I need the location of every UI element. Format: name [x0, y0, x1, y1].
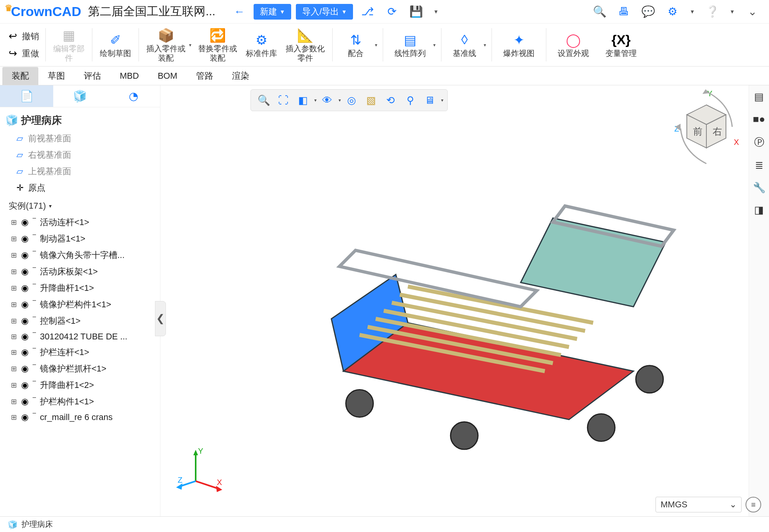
rail-sheet-icon[interactable]: ▤: [754, 91, 764, 103]
back-icon[interactable]: ←: [230, 3, 248, 21]
branch-icon[interactable]: ⎇: [358, 3, 376, 21]
tree-plane-top[interactable]: ▱ 上视基准面: [3, 163, 160, 180]
tree-instance[interactable]: ⊞◉‾镜像六角头带十字槽...: [3, 247, 160, 263]
save-icon[interactable]: 💾: [407, 3, 425, 21]
tab-assembly[interactable]: 装配: [2, 67, 38, 85]
expand-icon[interactable]: ⊞: [11, 348, 21, 357]
display-icon[interactable]: 🖥: [421, 91, 439, 109]
ribbon-std-lib[interactable]: ⚙ 标准件库: [241, 23, 281, 66]
tree-instance[interactable]: ⊞◉‾cr_maill_re 6 crans: [3, 410, 160, 425]
tree-instance[interactable]: ⊞◉‾镜像护栏抓杆<1>: [3, 361, 160, 377]
tree-instance[interactable]: ⊞◉‾护栏连杆<1>: [3, 344, 160, 361]
tree-instance[interactable]: ⊞◉‾镜像护栏构件1<1>: [3, 296, 160, 313]
expand-icon[interactable]: ⊞: [11, 234, 21, 243]
ribbon-sketch[interactable]: ✐ 绘制草图: [95, 23, 135, 66]
expand-icon[interactable]: ⊞: [11, 397, 21, 406]
rail-layers-icon[interactable]: ≣: [755, 159, 764, 171]
document-title[interactable]: 第二届全国工业互联网...: [88, 4, 215, 20]
shading-icon[interactable]: ▧: [362, 91, 380, 109]
side-tab-history[interactable]: 🧊: [53, 85, 106, 107]
expand-icon[interactable]: ⊞: [11, 317, 21, 325]
expand-icon[interactable]: ⊞: [11, 218, 21, 227]
chevron-down-icon[interactable]: ▾: [441, 97, 443, 103]
chevron-down-icon[interactable]: ▾: [189, 42, 191, 48]
rail-wrench-icon[interactable]: 🔧: [753, 182, 765, 194]
rail-camera-icon[interactable]: ■●: [753, 113, 765, 125]
expand-icon[interactable]: ⊞: [11, 284, 21, 292]
chevron-down-icon[interactable]: ▾: [314, 97, 317, 103]
filter-icon[interactable]: ⚲: [401, 91, 419, 109]
chevron-down-icon[interactable]: ▾: [484, 42, 486, 48]
tree-instance[interactable]: ⊞◉‾30120412 TUBE DE ...: [3, 329, 160, 344]
chevron-down-icon[interactable]: ▾: [431, 3, 441, 21]
tree-instance[interactable]: ⊞◉‾护栏构件1<1>: [3, 393, 160, 410]
ribbon-variable-mgmt[interactable]: {X} 变量管理: [597, 23, 645, 66]
search-icon[interactable]: 🔍: [591, 3, 609, 21]
chevron-down-icon[interactable]: ▾: [728, 3, 737, 21]
chevron-down-icon[interactable]: ▾: [433, 42, 436, 48]
chevron-down-icon[interactable]: ▾: [375, 42, 377, 48]
undo-button[interactable]: ↩ 撤销: [9, 28, 39, 45]
help-icon[interactable]: ❔: [703, 3, 721, 21]
import-export-button[interactable]: 导入/导出▼: [296, 4, 353, 20]
chevron-down-icon[interactable]: ▾: [339, 97, 341, 103]
settings-icon[interactable]: ⚙: [663, 3, 681, 21]
units-selector[interactable]: MMGS ⌄: [656, 497, 742, 512]
ribbon-exploded-view[interactable]: ✦ 爆炸视图: [495, 23, 543, 66]
viewport[interactable]: 🔍 ⛶ ◧ ▾ 👁 ▾ ◎ ▧ ⟲ ⚲ 🖥 ▾: [160, 85, 769, 516]
feature-tree[interactable]: 🧊 护理病床 ▱ 前视基准面 ▱ 右视基准面 ▱ 上视基准面 ✛ 原点 实例(1…: [0, 107, 160, 516]
view-cube-icon[interactable]: ◧: [294, 91, 312, 109]
expand-icon[interactable]: ⊞: [11, 413, 21, 422]
tab-sketch[interactable]: 草图: [38, 67, 74, 85]
expand-icon[interactable]: ⊞: [11, 364, 21, 373]
ribbon-set-appearance[interactable]: ◯ 设置外观: [549, 23, 597, 66]
tree-instances-header[interactable]: 实例(171) ▾: [3, 196, 160, 214]
tree-instance[interactable]: ⊞◉‾制动器1<1>: [3, 231, 160, 247]
tree-root[interactable]: 🧊 护理病床: [3, 110, 160, 130]
tree-plane-right[interactable]: ▱ 右视基准面: [3, 147, 160, 163]
zoom-window-icon[interactable]: ⛶: [274, 91, 292, 109]
collapse-sidebar-handle[interactable]: ❮: [155, 301, 166, 336]
section-icon[interactable]: ◎: [342, 91, 360, 109]
expand-icon[interactable]: ⊞: [11, 267, 21, 276]
new-button[interactable]: 新建▼: [254, 4, 291, 20]
ribbon-param-part[interactable]: 📐 插入参数化零件: [281, 23, 329, 66]
comment-icon[interactable]: 💬: [639, 3, 657, 21]
ribbon-edit-parts[interactable]: ▦ 编辑零部件: [49, 23, 89, 66]
view-cube[interactable]: 前 右 Y X Z: [667, 89, 746, 168]
ribbon-replace-part[interactable]: 🔁 替换零件或装配: [194, 23, 241, 66]
ribbon-mate[interactable]: ⇅ 配合 ▾: [336, 23, 380, 66]
side-tab-config[interactable]: ◔: [107, 85, 160, 107]
orbit-icon[interactable]: ⟲: [382, 91, 400, 109]
tab-bom[interactable]: BOM: [148, 68, 187, 84]
tree-origin[interactable]: ✛ 原点: [3, 180, 160, 196]
ribbon-datum-line[interactable]: ◊ 基准线 ▾: [445, 23, 488, 66]
tree-instance[interactable]: ⊞◉‾控制器<1>: [3, 313, 160, 329]
tree-instance[interactable]: ⊞◉‾升降曲杆1<2>: [3, 377, 160, 393]
tab-evaluate[interactable]: 评估: [74, 67, 110, 85]
refresh-icon[interactable]: ⟳: [383, 3, 401, 21]
tree-plane-front[interactable]: ▱ 前视基准面: [3, 130, 160, 147]
expand-icon[interactable]: ⊞: [11, 300, 21, 309]
tab-render[interactable]: 渲染: [223, 67, 259, 85]
ribbon-insert-part[interactable]: 📦 插入零件或装配 ▾: [142, 23, 194, 66]
zoom-fit-icon[interactable]: 🔍: [255, 91, 273, 109]
print-icon[interactable]: 🖶: [615, 3, 633, 21]
expand-icon[interactable]: ⊞: [11, 332, 21, 341]
status-doc-name[interactable]: 护理病床: [22, 519, 53, 530]
side-tab-tree[interactable]: 📄: [0, 85, 53, 107]
tree-instance[interactable]: ⊞◉‾活动连杆<1>: [3, 214, 160, 231]
rail-compare-icon[interactable]: ◨: [754, 204, 764, 216]
ribbon-linear-pattern[interactable]: ▤ 线性阵列 ▾: [386, 23, 438, 66]
messages-icon[interactable]: ≡: [746, 497, 761, 512]
tree-instance[interactable]: ⊞◉‾活动床板架<1>: [3, 263, 160, 280]
tab-mbd[interactable]: MBD: [110, 68, 148, 84]
rail-point-icon[interactable]: Ⓟ: [754, 135, 764, 149]
expand-chevron-icon[interactable]: ⌄: [743, 3, 761, 21]
chevron-down-icon[interactable]: ▾: [688, 3, 697, 21]
tab-routing[interactable]: 管路: [187, 67, 223, 85]
redo-button[interactable]: ↪ 重做: [9, 45, 39, 62]
expand-icon[interactable]: ⊞: [11, 251, 21, 260]
expand-icon[interactable]: ⊞: [11, 381, 21, 390]
visibility-icon[interactable]: 👁: [318, 91, 336, 109]
